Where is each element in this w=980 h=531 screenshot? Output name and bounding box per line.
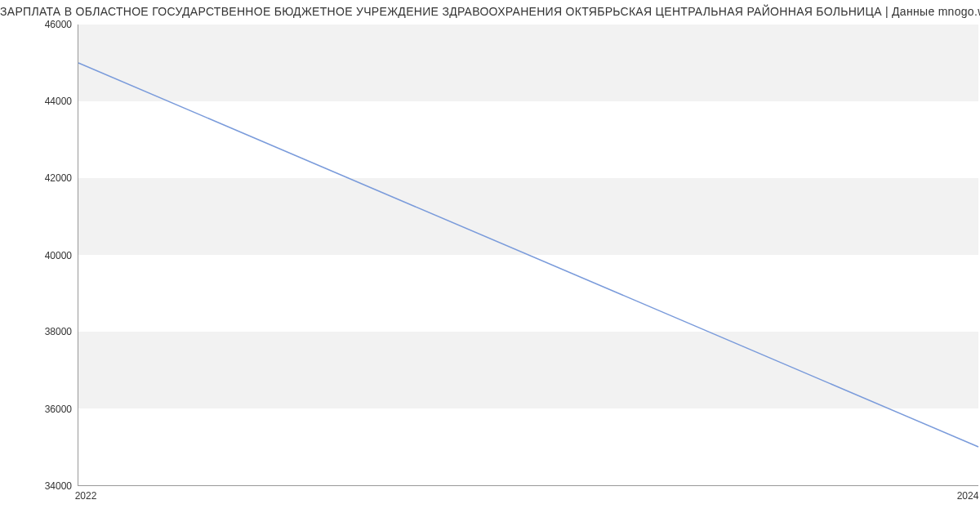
- x-tick-label: 2024: [957, 490, 979, 502]
- y-tick-label: 46000: [45, 19, 72, 30]
- x-tick-label: 2022: [75, 490, 97, 502]
- y-tick-label: 38000: [45, 326, 72, 337]
- y-tick-label: 44000: [45, 96, 72, 107]
- chart-title: ЗАРПЛАТА В ОБЛАСТНОЕ ГОСУДАРСТВЕННОЕ БЮД…: [0, 5, 980, 18]
- y-tick-label: 36000: [45, 404, 72, 415]
- y-tick-label: 42000: [45, 172, 72, 184]
- chart-area: 46000 44000 42000 40000 38000 36000 3400…: [41, 25, 978, 506]
- y-tick-label: 40000: [45, 250, 72, 261]
- y-tick-label: 34000: [45, 480, 72, 492]
- plot-area: [78, 25, 978, 486]
- chart-line: [78, 25, 978, 485]
